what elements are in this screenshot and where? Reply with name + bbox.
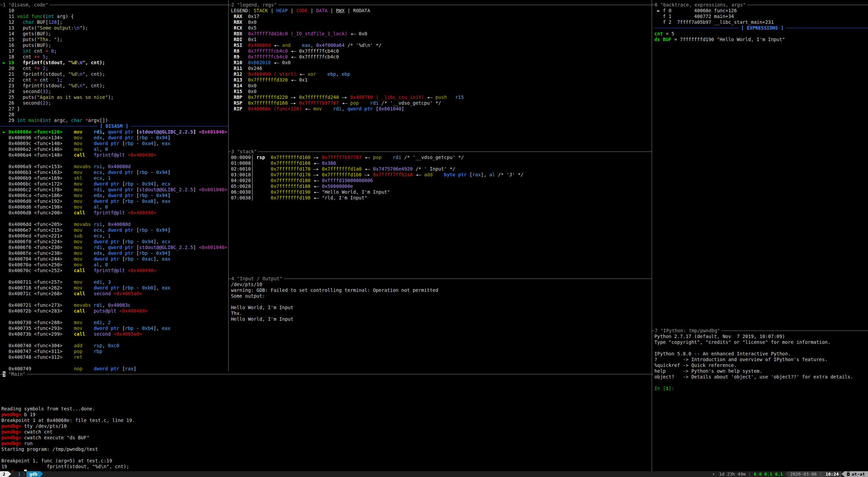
terminal-line: %quickref -> Quick reference. xyxy=(654,363,868,368)
section-divider: [ DISASM ] xyxy=(0,123,228,129)
pane-title-text: "IPython: tmp/pwndbg" xyxy=(661,328,720,333)
terminal-line: RSP 0x7fffffffd160 —▸ 0x7ffff7b97787 ◂— … xyxy=(231,100,654,106)
chevron-left-icon: ⟨ xyxy=(819,471,823,477)
terminal-line: IPython 5.8.0 -- An enhanced Interactive… xyxy=(654,351,868,357)
terminal-line: 0x4006b3 <func+163> mov ecx, dword ptr [… xyxy=(0,170,228,175)
pane-input-output[interactable]: 4 "Input / Output" /dev/pts/10warning: G… xyxy=(229,276,654,371)
terminal-line: 18 cnt += 5; xyxy=(0,54,228,60)
terminal-line xyxy=(654,345,868,351)
terminal-line: RCX 0x5 xyxy=(231,25,654,31)
backtrace-lines: ► f 0 40068e func+126 f 1 400772 main+34… xyxy=(654,8,868,42)
pane-registers[interactable]: 2 "legend, regs" LEGEND: STACK | HEAP | … xyxy=(229,0,654,151)
terminal-line: 05:0028│ 0x7fffffffd188 ◂— 0x50000000e xyxy=(231,183,654,189)
terminal-line xyxy=(0,360,228,366)
pane-number: 4 xyxy=(231,276,234,281)
pane-disasm-code[interactable]: 1 "disasm, code" 10 11 void func(int arg… xyxy=(0,0,228,373)
terminal-line: RIP 0x40068e (func+126) ◂— mov rdi, qwor… xyxy=(231,106,654,112)
terminal-line: 0x400740 <func+304> add rsp, 0xc0 xyxy=(0,343,228,349)
terminal-line: pwndbg> run xyxy=(1,441,653,446)
terminal-line: RAX 0x17 xyxy=(231,14,654,19)
terminal-line: 0x4006fe <func+238> mov edx, dword ptr [… xyxy=(0,250,228,256)
terminal-line: 0x400747 <func+311> pop rbp xyxy=(0,349,228,354)
powerline-arrow-icon xyxy=(40,471,43,477)
pane-title-text: "backtrace, expressions, args" xyxy=(661,2,746,7)
terminal-line: 07:0038│ 0x7fffffffd198 ◂— "rld, I'm Inp… xyxy=(231,195,654,201)
terminal-line: 01:0008│ 0x7fffffffd168 ◂— 0x380 xyxy=(231,160,654,166)
pane-border-vertical-left[interactable] xyxy=(228,0,229,371)
terminal-line: Thx. xyxy=(231,311,654,316)
terminal-line xyxy=(1,389,653,394)
window-tab-gdb[interactable]: gdb xyxy=(26,471,40,477)
terminal-line: R12 0x4004b0 (_start) ◂— xor ebp, ebp xyxy=(231,71,654,77)
terminal-line: Some output: xyxy=(231,293,654,299)
load-average: 0.0 0.1 0.1 xyxy=(752,471,785,477)
powerline-arrow-icon xyxy=(8,471,11,477)
terminal-line: Reading symbols from test...done. xyxy=(1,406,653,412)
terminal-line: 0x4006e7 <func+215> mov ecx, dword ptr [… xyxy=(0,227,228,233)
pane-ipython[interactable]: 7 "IPython: tmp/pwndbg" Python 2.7.17 (d… xyxy=(652,328,868,471)
terminal-line: 0x4006d6 <func+198> mov al, 0 xyxy=(0,204,228,210)
terminal-line: ► 19 fprintf(stdout, "%d\n", cnt); xyxy=(0,60,228,66)
terminal-line: 28 xyxy=(0,112,228,118)
pane-border-vertical-right[interactable] xyxy=(652,0,652,471)
terminal-line: 17 int cnt = 0; xyxy=(0,48,228,54)
terminal-line xyxy=(0,314,228,320)
terminal-line: RDI 0x1 xyxy=(231,37,654,42)
pane-main-console[interactable]: 5 "Main" Reading symbols from test...don… xyxy=(0,371,653,471)
terminal-line: 0x4006c2 <func+178> mov rdi, qword ptr [… xyxy=(0,187,228,193)
host-badge: at-at xyxy=(845,471,868,477)
terminal-line: object? -> Details about 'object', use '… xyxy=(654,374,868,380)
pane-backtrace[interactable]: 6 "backtrace, expressions, args" ► f 0 4… xyxy=(652,0,868,330)
terminal-line: 0x4006a9 <func+153> movabs rsi, 0x40080d xyxy=(0,164,228,170)
terminal-line xyxy=(654,380,868,386)
terminal-line: 0x4006ed <func+221> sub ecx, 1 xyxy=(0,233,228,239)
terminal-line: RBP 0x7fffffffd220 —▸ 0x7fffffffd240 —▸ … xyxy=(231,94,654,100)
terminal-line: 0x400704 <func+244> mov dword ptr [rbp -… xyxy=(0,256,228,262)
terminal-line: 0x400696 <func+134> mov edx, dword ptr [… xyxy=(0,135,228,141)
terminal-line: 0x4006f0 <func+224> mov dword ptr [rbp -… xyxy=(0,239,228,245)
gdb-console-lines: Reading symbols from test...done.pwndbg>… xyxy=(1,377,653,471)
pane-number: 2 xyxy=(231,2,234,7)
tmux-status-bar: 21⟩gdb ↑1d 23h 49m⟨0.0 0.1 0.12020-03-06… xyxy=(0,471,868,477)
terminal-line: pwndbg> cwatch execute "ds BUF" xyxy=(1,435,653,441)
chevron-right-icon: ⟩ xyxy=(23,471,27,477)
pane-stack-title: 3 "stack" xyxy=(229,149,654,155)
pane-title-text: "Main" xyxy=(8,371,25,377)
terminal-line: 16 puts(BUF); xyxy=(0,42,228,48)
session-badge[interactable]: 2 xyxy=(0,471,8,477)
chevron-left-icon: ⟨ xyxy=(748,471,752,477)
terminal-line: 0x40070c <func+252> call fprintf@plt <0x… xyxy=(0,268,228,273)
pane-stack[interactable]: 3 "stack" 00:0000│ rsp 0x7fffffffd160 —▸… xyxy=(229,149,654,276)
window-index[interactable]: 1 xyxy=(16,471,23,477)
status-right: ↑1d 23h 49m⟨0.0 0.1 0.12020-03-06⟨10:24a… xyxy=(710,471,868,477)
terminal-line: 0x400748 <func+312> ret xyxy=(0,354,228,360)
terminal-line: Starting program: /tmp/pwndbg/test xyxy=(1,446,653,452)
pane-number: 6 xyxy=(655,2,657,7)
terminal-line: 0x400730 <func+288> mov edi, 2 xyxy=(0,320,228,325)
terminal-line: 29 int main(int argc, char *argv[]) xyxy=(0,118,228,123)
terminal-line: R15 0x0 xyxy=(231,89,654,94)
terminal-line: pwndbg> b 19 xyxy=(1,412,653,418)
terminal-line: 12 char BUF[128]; xyxy=(0,19,228,25)
terminal-line: 03:0018│ 0x7fffffffd178 —▸ 0x7fffffffd1b… xyxy=(231,172,654,178)
terminal-line: RDX 0x7ffff7dd18c0 (_IO_stdfile_1_lock) … xyxy=(231,31,654,37)
terminal-line: ► 0x40068e <func+126> mov rdi, qword ptr… xyxy=(0,129,228,135)
terminal-line: Breakpoint 1 at 0x40068e: file test.c, l… xyxy=(1,418,653,423)
terminal-line: 11 void func(int arg) { xyxy=(0,14,228,19)
terminal-line xyxy=(1,394,653,400)
terminal-line xyxy=(0,297,228,302)
terminal-line xyxy=(0,216,228,222)
pane-disasm-title: 1 "disasm, code" xyxy=(0,2,228,8)
terminal-line xyxy=(1,383,653,389)
status-left: 21⟩gdb xyxy=(0,471,43,477)
powerline-arrow-icon xyxy=(785,471,788,477)
io-lines: /dev/pts/10warning: GDB: Failed to set c… xyxy=(231,282,654,322)
pane-ipython-title: 7 "IPython: tmp/pwndbg" xyxy=(652,328,868,334)
status-clock: 10:24 xyxy=(823,471,842,477)
pane-border xyxy=(229,5,654,5)
pane-number: 3 xyxy=(231,149,234,154)
pane-number: 1 xyxy=(3,2,5,7)
terminal-line xyxy=(1,400,653,406)
terminal-line: 0x40072b <func+283> call puts@plt <0x400… xyxy=(0,308,228,314)
terminal-line: R13 0x7fffffffd320 ◂— 0x1 xyxy=(231,77,654,83)
